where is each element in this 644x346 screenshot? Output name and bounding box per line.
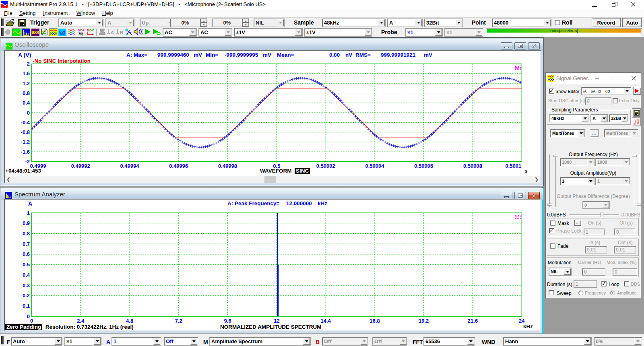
svg-text:0: 0 xyxy=(27,110,30,116)
svg-text:12: 12 xyxy=(274,318,279,324)
svg-text:A: A xyxy=(111,30,114,35)
svg-text:0.8: 0.8 xyxy=(23,231,30,237)
svg-text:0.1: 0.1 xyxy=(23,303,30,309)
svg-text:0.5001: 0.5001 xyxy=(505,163,521,169)
svg-text:4.8: 4.8 xyxy=(126,318,133,324)
svg-text:0.49998: 0.49998 xyxy=(218,163,237,169)
svg-text:1.6: 1.6 xyxy=(23,70,30,76)
svg-text:14.4: 14.4 xyxy=(321,318,331,324)
svg-text:9.6: 9.6 xyxy=(224,318,231,324)
svg-text:0.4: 0.4 xyxy=(23,272,30,278)
svg-text:0: 0 xyxy=(27,313,30,319)
svg-text:0.49994: 0.49994 xyxy=(120,163,140,169)
svg-text:-1.2: -1.2 xyxy=(21,139,30,145)
svg-text:0: 0 xyxy=(30,318,33,324)
svg-text:0.4: 0.4 xyxy=(23,100,30,106)
svg-text:21.6: 21.6 xyxy=(468,318,478,324)
svg-text:C: C xyxy=(92,29,94,32)
svg-text:0.6: 0.6 xyxy=(23,251,30,257)
svg-text:19.2: 19.2 xyxy=(419,318,429,324)
svg-text:0.8: 0.8 xyxy=(23,90,30,96)
svg-text:-0.8: -0.8 xyxy=(21,129,30,135)
svg-text:1: 1 xyxy=(27,210,30,216)
svg-text:0.50002: 0.50002 xyxy=(316,163,335,169)
svg-text:16.8: 16.8 xyxy=(369,318,380,324)
svg-text:0.3: 0.3 xyxy=(23,282,30,288)
svg-text:-2: -2 xyxy=(25,159,30,165)
svg-text:-1.6: -1.6 xyxy=(21,149,30,155)
svg-text:0.2: 0.2 xyxy=(23,292,30,299)
svg-text:1.2: 1.2 xyxy=(23,80,30,86)
svg-text:888: 888 xyxy=(32,30,39,35)
svg-text:B: B xyxy=(120,30,123,35)
svg-text:0.49992: 0.49992 xyxy=(71,163,90,169)
svg-text:0.50006: 0.50006 xyxy=(414,163,433,169)
svg-text:P: P xyxy=(83,29,85,32)
svg-text:0.9: 0.9 xyxy=(23,220,30,226)
svg-text:0.49996: 0.49996 xyxy=(169,163,188,169)
svg-text:2: 2 xyxy=(27,61,30,67)
svg-text:DUT: DUT xyxy=(59,30,66,33)
svg-text:2.4: 2.4 xyxy=(77,318,85,324)
svg-text:-0.4: -0.4 xyxy=(21,119,30,126)
svg-text:24: 24 xyxy=(519,318,525,324)
svg-text:0.7: 0.7 xyxy=(23,241,30,247)
svg-text:0.50008: 0.50008 xyxy=(463,163,482,169)
svg-text:0.50004: 0.50004 xyxy=(365,163,385,169)
svg-text:7.2: 7.2 xyxy=(175,318,182,324)
svg-text:0.5: 0.5 xyxy=(23,262,30,268)
